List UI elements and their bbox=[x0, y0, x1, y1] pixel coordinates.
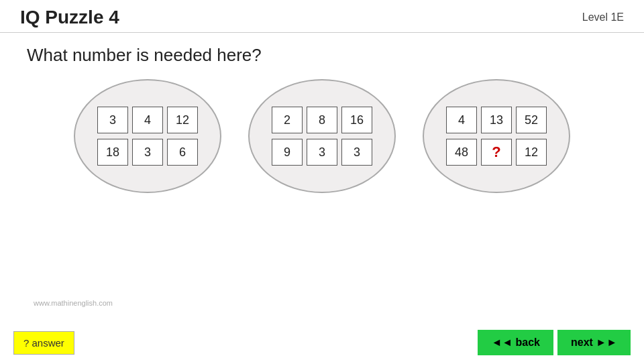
back-button[interactable]: ◄◄ back bbox=[478, 330, 553, 355]
cell-3-6: 12 bbox=[516, 139, 547, 166]
cell-1-5: 3 bbox=[132, 139, 163, 166]
watermark: www.mathinenglish.com bbox=[34, 299, 113, 307]
answer-button[interactable]: ? answer bbox=[13, 331, 74, 355]
cell-2-5: 3 bbox=[307, 139, 337, 166]
bottom-bar: ? answer ◄◄ back next ►► bbox=[0, 330, 644, 355]
puzzle-3: 4 13 52 48 ? 12 bbox=[423, 79, 570, 193]
puzzle-1: 3 4 12 18 3 6 bbox=[74, 79, 221, 193]
puzzle-1-row-1: 3 4 12 bbox=[97, 107, 198, 133]
cell-1-2: 4 bbox=[132, 107, 163, 133]
header: IQ Puzzle 4 Level 1E bbox=[0, 0, 644, 33]
puzzle-2-row-1: 2 8 16 bbox=[272, 107, 372, 133]
cell-2-4: 9 bbox=[272, 139, 303, 166]
cell-3-2: 13 bbox=[481, 107, 512, 133]
puzzles-container: 3 4 12 18 3 6 2 8 16 9 3 3 4 13 52 48 bbox=[0, 79, 644, 193]
level-badge: Level 1E bbox=[582, 11, 624, 23]
puzzle-2: 2 8 16 9 3 3 bbox=[248, 79, 396, 193]
cell-3-3: 52 bbox=[516, 107, 547, 133]
question-text: What number is needed here? bbox=[0, 33, 644, 72]
cell-1-1: 3 bbox=[97, 107, 128, 133]
puzzle-3-row-1: 4 13 52 bbox=[446, 107, 547, 133]
puzzle-2-row-2: 9 3 3 bbox=[272, 139, 372, 166]
cell-1-4: 18 bbox=[97, 139, 128, 166]
cell-3-1: 4 bbox=[446, 107, 477, 133]
next-button[interactable]: next ►► bbox=[557, 330, 631, 355]
cell-1-6: 6 bbox=[167, 139, 198, 166]
puzzle-3-row-2: 48 ? 12 bbox=[446, 139, 547, 166]
cell-3-5-question: ? bbox=[481, 139, 512, 166]
cell-2-6: 3 bbox=[341, 139, 372, 166]
cell-2-1: 2 bbox=[272, 107, 303, 133]
puzzle-1-row-2: 18 3 6 bbox=[97, 139, 198, 166]
cell-2-2: 8 bbox=[307, 107, 337, 133]
nav-buttons: ◄◄ back next ►► bbox=[478, 330, 631, 355]
page-title: IQ Puzzle 4 bbox=[20, 7, 119, 28]
cell-3-4: 48 bbox=[446, 139, 477, 166]
cell-1-3: 12 bbox=[167, 107, 198, 133]
cell-2-3: 16 bbox=[341, 107, 372, 133]
